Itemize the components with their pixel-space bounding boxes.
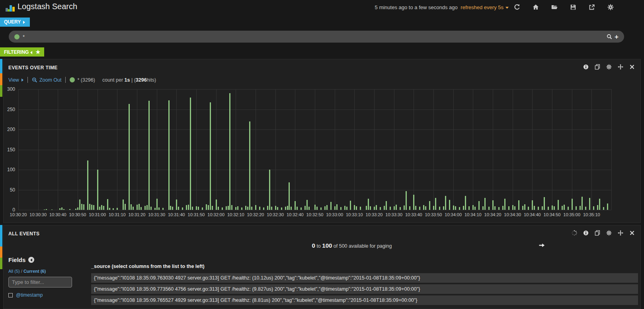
chart-bar[interactable] — [103, 206, 104, 210]
save-icon[interactable] — [570, 4, 576, 10]
chart-bar[interactable] — [275, 206, 276, 210]
chart-bar[interactable] — [435, 198, 436, 210]
chart-bar[interactable] — [231, 205, 232, 210]
chart-bar[interactable] — [245, 206, 246, 210]
chart-bar[interactable] — [172, 207, 173, 210]
chart-bar[interactable] — [455, 206, 456, 210]
chart-bar[interactable] — [263, 207, 264, 210]
add-query-icon[interactable]: + — [615, 33, 619, 40]
row-tab-green[interactable] — [0, 85, 2, 97]
chart-bar[interactable] — [308, 207, 310, 210]
chart-plot[interactable] — [18, 89, 611, 210]
chart-bar[interactable] — [113, 208, 114, 210]
table-row[interactable]: {"message":"I0108 18:35:09.765527 4929 s… — [91, 295, 638, 305]
chart-bar[interactable] — [582, 197, 583, 210]
chart-bar[interactable] — [534, 206, 535, 210]
chart-bar[interactable] — [504, 199, 505, 210]
chart-bar[interactable] — [468, 206, 470, 210]
chart-bar[interactable] — [154, 208, 156, 210]
chart-bar[interactable] — [269, 170, 270, 210]
chart-bar[interactable] — [498, 207, 500, 210]
chart-bar[interactable] — [109, 208, 110, 210]
row-tab-cyan[interactable] — [0, 225, 2, 246]
chart-bar[interactable] — [449, 200, 450, 210]
chart-bar[interactable] — [129, 104, 130, 210]
home-icon[interactable] — [533, 4, 539, 10]
chart-bar[interactable] — [168, 100, 170, 210]
chart-bar[interactable] — [202, 207, 203, 210]
search-input[interactable] — [23, 34, 607, 40]
chart-bar[interactable] — [198, 207, 199, 210]
chart-bar[interactable] — [366, 206, 367, 210]
chart-bar[interactable] — [237, 206, 238, 210]
chart-bar[interactable] — [99, 207, 100, 210]
chart-bar[interactable] — [406, 191, 407, 210]
chart-bar[interactable] — [415, 206, 416, 210]
chart-bar[interactable] — [241, 207, 242, 210]
chart-bar[interactable] — [212, 206, 213, 210]
chart-bar[interactable] — [552, 205, 553, 210]
chart-bar[interactable] — [162, 208, 164, 210]
close-icon[interactable] — [629, 64, 635, 70]
gear-icon[interactable] — [607, 4, 614, 10]
chart-bar[interactable] — [459, 207, 460, 210]
chart-bar[interactable] — [93, 205, 94, 210]
chart-bar[interactable] — [576, 206, 577, 210]
chart-bar[interactable] — [593, 206, 594, 210]
chart-bar[interactable] — [374, 207, 375, 210]
chart-bar[interactable] — [482, 206, 484, 210]
chart-bar[interactable] — [394, 206, 395, 210]
chart-bar[interactable] — [196, 206, 197, 210]
collapse-fields-icon[interactable] — [28, 257, 34, 263]
chart-bar[interactable] — [226, 206, 227, 210]
chart-bar[interactable] — [544, 197, 545, 210]
chart-bar[interactable] — [137, 205, 138, 210]
chart-bar[interactable] — [139, 204, 140, 210]
chart-bar[interactable] — [474, 207, 476, 210]
chart-bar[interactable] — [376, 205, 377, 210]
chart-bar[interactable] — [123, 199, 124, 210]
search-icon[interactable] — [607, 34, 612, 39]
chart-bar[interactable] — [295, 201, 296, 210]
chart-bar[interactable] — [117, 208, 118, 210]
chart-bar[interactable] — [301, 207, 302, 210]
chart-bar[interactable] — [599, 199, 600, 210]
chart-bar[interactable] — [528, 207, 529, 210]
chart-bar[interactable] — [522, 206, 523, 210]
chart-bar[interactable] — [97, 170, 98, 210]
chart-bar[interactable] — [148, 101, 150, 210]
chart-bar[interactable] — [287, 206, 288, 210]
chart-bar[interactable] — [133, 207, 134, 210]
chart-bar[interactable] — [356, 206, 357, 210]
chart-bar[interactable] — [87, 160, 88, 210]
table-row[interactable]: {"message":"I0108 18:35:09.773560 4756 s… — [91, 284, 638, 294]
fields-current-link[interactable]: Current (6) — [23, 269, 46, 274]
chart-bar[interactable] — [472, 205, 474, 210]
series-legend-label[interactable]: * (3296) — [77, 77, 95, 83]
query-color-dot-icon[interactable] — [14, 34, 20, 39]
chart-bar[interactable] — [404, 205, 405, 210]
chart-bar[interactable] — [562, 206, 563, 210]
chart-bar[interactable] — [277, 207, 278, 210]
chart-bar[interactable] — [502, 206, 503, 210]
chart-bar[interactable] — [344, 206, 345, 210]
move-icon[interactable] — [618, 64, 623, 70]
chart-bar[interactable] — [320, 207, 322, 210]
refresh-interval-link[interactable]: refreshed every 5s — [461, 4, 509, 10]
chart-bar[interactable] — [589, 198, 590, 210]
chart-bar[interactable] — [572, 199, 573, 210]
chart-bar[interactable] — [488, 207, 490, 210]
chart-bar[interactable] — [603, 207, 604, 210]
chart-bar[interactable] — [218, 207, 219, 210]
move-icon[interactable] — [618, 230, 623, 236]
interval-label[interactable]: 1s — [125, 77, 130, 83]
chart-bar[interactable] — [558, 200, 559, 210]
share-icon[interactable] — [589, 4, 595, 10]
chart-bar[interactable] — [182, 207, 183, 210]
chart-bar[interactable] — [210, 102, 211, 210]
chart-bar[interactable] — [316, 207, 318, 210]
chart-bar[interactable] — [107, 199, 108, 210]
chart-bar[interactable] — [484, 198, 486, 210]
chart-bar[interactable] — [281, 207, 282, 210]
chart-bar[interactable] — [340, 207, 342, 210]
